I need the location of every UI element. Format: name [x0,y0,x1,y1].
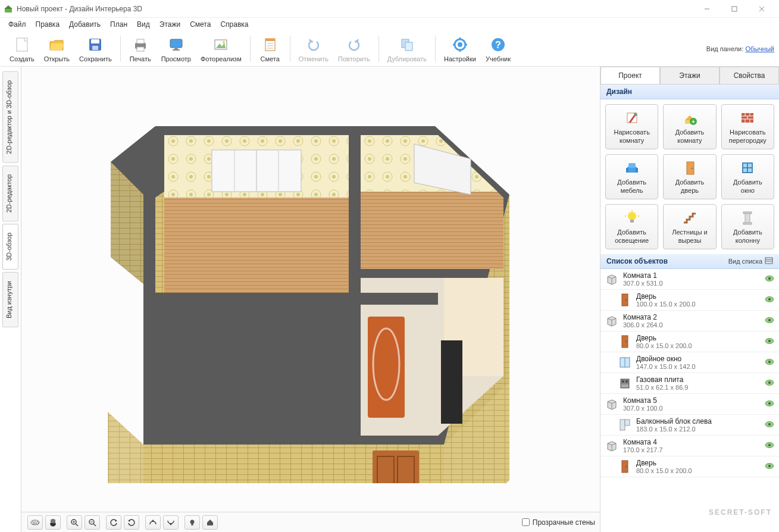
object-item[interactable]: Комната 2306.0 x 264.0 [600,311,779,331]
duplicate-button[interactable]: Дублировать [384,34,430,64]
tab-properties[interactable]: Свойства [719,67,779,84]
3d-viewport[interactable] [21,67,600,512]
estimate-button[interactable]: Смета [255,34,285,64]
visibility-toggle-icon[interactable] [765,462,775,471]
rotate-right-button[interactable] [124,515,139,530]
svg-point-104 [691,168,693,170]
menu-plan[interactable]: План [105,19,132,30]
visibility-toggle-icon[interactable] [765,337,775,346]
object-item[interactable]: Комната 4170.0 x 217.7 [600,436,779,456]
object-item[interactable]: Дверь100.0 x 15.0 x 200.0 [600,290,779,311]
tab-2d-3d[interactable]: 2D-редактор и 3D-обзор [2,71,18,163]
design-furniture[interactable]: Добавитьмебель [605,154,658,199]
box-icon [604,396,620,412]
tab-inside[interactable]: Вид изнутри [2,272,18,327]
svg-point-108 [628,212,636,220]
object-item[interactable]: Газовая плита51.0 x 62.1 x 86.9 [600,373,779,394]
svg-rect-142 [621,384,628,387]
menu-view[interactable]: Вид [132,19,155,30]
draw-room-icon [623,109,641,127]
design-add-room[interactable]: +Добавитькомнату [663,104,716,149]
object-item[interactable]: Комната 5307.0 x 100.0 [600,394,779,415]
object-tree[interactable]: Комната 1307.0 x 531.0Дверь100.0 x 15.0 … [600,269,779,532]
camera-360-button[interactable]: 360 [27,515,43,530]
new-button[interactable]: Создать [6,34,38,64]
tab-3d[interactable]: 3D-обзор [2,224,18,270]
menu-add[interactable]: Добавить [64,19,105,30]
tilt-down-button[interactable] [163,515,179,530]
pan-button[interactable] [45,515,61,530]
list-view-toggle-icon[interactable] [765,257,773,265]
design-window[interactable]: Добавитьокно [721,154,774,199]
balcony-icon [617,417,633,433]
preview-button[interactable]: Просмотр [158,34,195,64]
open-button[interactable]: Открыть [40,34,73,64]
zoom-out-button[interactable] [85,515,100,530]
objects-section-header: Список объектов Вид списка [600,254,779,269]
svg-point-122 [768,277,771,280]
design-door[interactable]: Добавитьдверь [663,154,716,199]
visibility-toggle-icon[interactable] [765,275,775,283]
visibility-toggle-icon[interactable] [765,442,775,450]
tab-2d[interactable]: 2D-редактор [2,165,18,221]
visibility-toggle-icon[interactable] [765,358,775,367]
undo-button[interactable]: Отменить [295,34,332,64]
rotate-left-button[interactable] [106,515,121,530]
door-small-icon [617,334,633,349]
home-view-button[interactable] [202,515,218,530]
print-button[interactable]: Печать [126,34,155,64]
brick-wall-icon [739,109,756,127]
menu-file[interactable]: Файл [4,19,31,30]
design-light[interactable]: Добавитьосвещение [605,204,658,249]
save-button[interactable]: Сохранить [76,34,115,64]
object-item[interactable]: Комната 1307.0 x 531.0 [600,269,779,290]
list-view-label: Вид списка [728,258,762,265]
help-button[interactable]: ? Учебник [482,34,514,64]
object-item[interactable]: Дверь80.0 x 15.0 x 200.0 [600,331,779,352]
tilt-up-button[interactable] [145,515,161,530]
menu-help[interactable]: Справка [215,19,253,30]
design-column[interactable]: Добавитьколонну [721,204,774,249]
3d-scene [93,79,521,483]
light-toggle-button[interactable] [184,515,200,530]
panel-view-mode: Вид панели: Обычный [706,45,774,52]
svg-point-132 [625,341,627,342]
viewport-toolbar: 360 Прозрачные стены [21,512,600,532]
settings-button[interactable]: Настройки [440,34,480,64]
menu-floors[interactable]: Этажи [155,19,185,30]
panel-view-link[interactable]: Обычный [745,45,774,52]
object-item[interactable]: Двойное окно147.0 x 15.0 x 142.0 [600,352,779,373]
zoom-in-button[interactable] [67,515,82,530]
close-button[interactable] [748,0,775,18]
notepad-icon [261,35,280,54]
design-stairs[interactable]: Лестницы ивырезы [663,204,716,249]
menu-edit[interactable]: Правка [31,19,65,30]
svg-point-83 [190,520,195,524]
tab-floors[interactable]: Этажи [660,67,719,84]
svg-text:+: + [692,118,695,125]
minimize-button[interactable] [693,0,721,18]
visibility-toggle-icon[interactable] [765,400,775,408]
menu-estimate[interactable]: Смета [185,19,215,30]
visibility-toggle-icon[interactable] [765,317,775,325]
transparent-walls-checkbox[interactable]: Прозрачные стены [522,518,595,527]
photo-icon [211,35,230,54]
visibility-toggle-icon[interactable] [765,379,775,387]
design-brick-wall[interactable]: Нарисоватьперегородку [721,104,774,149]
photorealism-button[interactable]: Фотореализм [197,34,245,64]
svg-rect-13 [137,47,144,51]
svg-rect-26 [405,42,412,51]
tab-project[interactable]: Проект [600,67,660,84]
maximize-button[interactable] [721,0,748,18]
printer-icon [131,35,150,54]
design-draw-room[interactable]: Нарисоватькомнату [605,104,658,149]
svg-point-124 [625,299,627,301]
visibility-toggle-icon[interactable] [765,421,775,429]
object-item[interactable]: Дверь80.0 x 15.0 x 200.0 [600,456,779,477]
add-room-icon: + [681,109,699,127]
redo-button[interactable]: Повторить [334,34,374,64]
object-item[interactable]: Балконный блок слева183.0 x 15.0 x 212.0 [600,415,779,436]
visibility-toggle-icon[interactable] [765,296,775,304]
svg-marker-50 [155,192,164,299]
main-toolbar: Создать Открыть Сохранить Печать Просмот… [0,31,779,67]
